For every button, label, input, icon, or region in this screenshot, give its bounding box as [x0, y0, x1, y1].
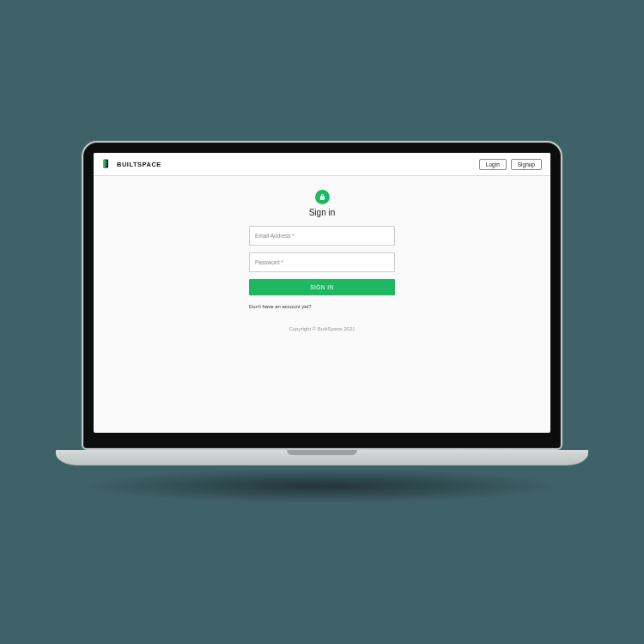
laptop-shadow: [82, 469, 562, 503]
svg-rect-1: [106, 162, 107, 163]
svg-rect-0: [106, 161, 107, 161]
lock-icon: [315, 190, 330, 204]
copyright-text: Copyright © BuiltSpace 2021: [289, 326, 355, 331]
login-button[interactable]: Login: [479, 159, 507, 170]
app-header: BUILTSPACE Login Signup: [94, 153, 550, 176]
signup-button[interactable]: Signup: [511, 159, 542, 170]
svg-rect-3: [106, 165, 107, 166]
main-content: Sign in SIGN IN Don't have an account ye…: [94, 176, 550, 433]
laptop-base: [56, 450, 588, 465]
header-actions: Login Signup: [479, 159, 542, 170]
password-field[interactable]: [249, 252, 395, 272]
no-account-link[interactable]: Don't have an account yet?: [249, 304, 395, 309]
laptop-lid: BUILTSPACE Login Signup Sign in SIGN IN …: [82, 141, 562, 450]
signin-submit-button[interactable]: SIGN IN: [249, 279, 395, 295]
brand-name: BUILTSPACE: [117, 161, 161, 168]
app-screen: BUILTSPACE Login Signup Sign in SIGN IN …: [94, 153, 550, 433]
email-field[interactable]: [249, 226, 395, 246]
svg-rect-2: [106, 164, 107, 165]
brand-logo-icon: [102, 158, 113, 170]
signin-title: Sign in: [309, 208, 336, 217]
laptop-frame: BUILTSPACE Login Signup Sign in SIGN IN …: [56, 141, 588, 503]
signin-form: SIGN IN Don't have an account yet?: [249, 226, 395, 309]
brand: BUILTSPACE: [102, 158, 161, 170]
